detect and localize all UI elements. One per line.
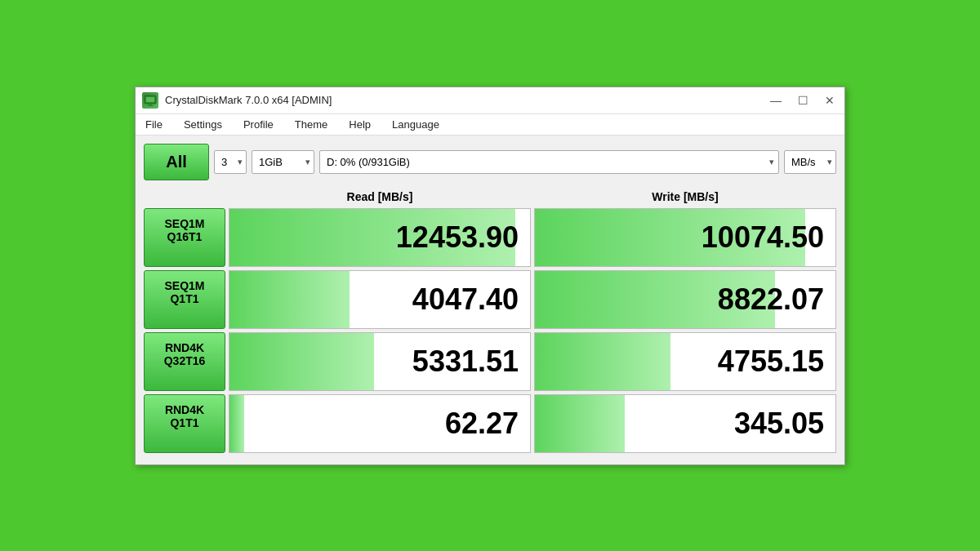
column-headers: Read [MB/s] Write [MB/s] [144, 187, 836, 207]
read-value: 5331.51 [229, 333, 530, 390]
write-value: 345.05 [535, 395, 835, 452]
minimize-button[interactable]: — [767, 94, 785, 107]
app-window: CrystalDiskMark 7.0.0 x64 [ADMIN] — ☐ ✕ … [135, 87, 845, 465]
write-value: 10074.50 [535, 209, 835, 266]
read-value-cell: 12453.90 [229, 208, 531, 267]
header-empty [144, 187, 225, 207]
table-row: RND4KQ1T162.27345.05 [144, 394, 836, 453]
read-value-cell: 4047.40 [229, 270, 531, 329]
app-icon [142, 92, 158, 109]
read-value-cell: 5331.51 [229, 332, 531, 391]
write-value-cell: 345.05 [534, 394, 836, 453]
title-bar-left: CrystalDiskMark 7.0.0 x64 [ADMIN] [142, 92, 332, 109]
menu-bar: File Settings Profile Theme Help Languag… [136, 114, 844, 136]
window-title: CrystalDiskMark 7.0.0 x64 [ADMIN] [165, 94, 332, 106]
test-label[interactable]: RND4KQ1T1 [144, 394, 225, 453]
content-area: All 1 3 5 9 512MiB 1GiB 2GiB 4GiB [136, 136, 844, 464]
menu-profile[interactable]: Profile [240, 117, 277, 132]
unit-select[interactable]: MB/s GB/s IOPS μs [784, 150, 836, 174]
test-label[interactable]: RND4KQ32T16 [144, 332, 225, 391]
unit-select-wrapper: MB/s GB/s IOPS μs [784, 150, 836, 174]
menu-settings[interactable]: Settings [180, 117, 225, 132]
maximize-button[interactable]: ☐ [795, 94, 812, 107]
svg-rect-3 [147, 105, 154, 106]
all-button[interactable]: All [144, 144, 209, 180]
toolbar: All 1 3 5 9 512MiB 1GiB 2GiB 4GiB [144, 144, 836, 180]
write-value-cell: 10074.50 [534, 208, 836, 267]
write-value-cell: 4755.15 [534, 332, 836, 391]
header-write: Write [MB/s] [534, 187, 836, 207]
menu-file[interactable]: File [142, 117, 166, 132]
read-value: 4047.40 [229, 271, 530, 328]
count-select-wrapper: 1 3 5 9 [214, 150, 247, 174]
menu-help[interactable]: Help [345, 117, 374, 132]
menu-language[interactable]: Language [389, 117, 443, 132]
svg-rect-2 [149, 104, 152, 105]
table-row: SEQ1MQ16T112453.9010074.50 [144, 208, 836, 267]
table-row: RND4KQ32T165331.514755.15 [144, 332, 836, 391]
size-select[interactable]: 512MiB 1GiB 2GiB 4GiB [252, 150, 314, 174]
size-select-wrapper: 512MiB 1GiB 2GiB 4GiB [252, 150, 314, 174]
window-controls: — ☐ ✕ [767, 94, 838, 107]
menu-theme[interactable]: Theme [292, 117, 331, 132]
header-read: Read [MB/s] [229, 187, 531, 207]
write-value-cell: 8822.07 [534, 270, 836, 329]
count-select[interactable]: 1 3 5 9 [214, 150, 247, 174]
test-label[interactable]: SEQ1MQ1T1 [144, 270, 225, 329]
read-value: 12453.90 [229, 209, 530, 266]
read-value: 62.27 [229, 395, 530, 452]
data-rows: SEQ1MQ16T112453.9010074.50SEQ1MQ1T14047.… [144, 208, 836, 453]
svg-rect-1 [146, 97, 154, 102]
write-value: 8822.07 [535, 271, 835, 328]
title-bar: CrystalDiskMark 7.0.0 x64 [ADMIN] — ☐ ✕ [136, 87, 844, 114]
table-row: SEQ1MQ1T14047.408822.07 [144, 270, 836, 329]
disk-select[interactable]: C: 0% (0/931GiB) D: 0% (0/931GiB) [319, 150, 779, 174]
test-label[interactable]: SEQ1MQ16T1 [144, 208, 225, 267]
read-value-cell: 62.27 [229, 394, 531, 453]
close-button[interactable]: ✕ [822, 94, 838, 107]
disk-select-wrapper: C: 0% (0/931GiB) D: 0% (0/931GiB) [319, 150, 779, 174]
write-value: 4755.15 [535, 333, 835, 390]
